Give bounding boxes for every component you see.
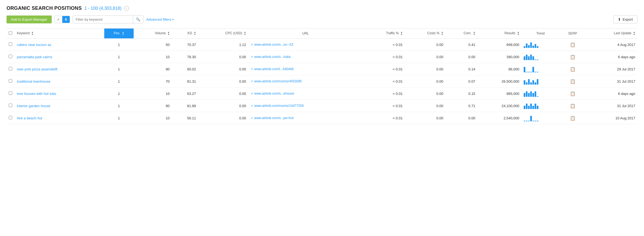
row-checkbox[interactable]	[9, 67, 12, 70]
trend-bar	[526, 55, 528, 60]
url-link[interactable]: www.airbnb.com/s...ehouse	[254, 92, 294, 95]
trend-bar	[537, 79, 538, 85]
keyword-link[interactable]: traditional townhouse	[17, 79, 50, 83]
trend-bar	[524, 106, 525, 109]
col-com[interactable]: Com. ▲▼	[446, 29, 478, 39]
com-cell: 0.00	[446, 112, 478, 124]
filter-keyword-input[interactable]	[73, 16, 133, 23]
serp-cell[interactable]: 📋	[559, 100, 586, 112]
trend-bar	[537, 96, 538, 97]
sort-arrows-cpc: ▲▼	[244, 31, 246, 36]
row-checkbox-cell[interactable]	[7, 51, 15, 63]
row-checkbox-cell[interactable]	[7, 63, 15, 75]
row-checkbox[interactable]	[9, 104, 12, 107]
results-cell: 390,000	[477, 51, 522, 63]
trend-chart	[524, 66, 557, 72]
url-link[interactable]: www.airbnb.com/s...on--AZ	[254, 43, 293, 46]
row-checkbox-cell[interactable]	[7, 112, 15, 124]
col-kd[interactable]: KD ▲▼	[172, 29, 198, 39]
keyword-link[interactable]: hire a beach hut	[17, 116, 42, 120]
col-pos[interactable]: Pos. ▲▼	[104, 29, 134, 39]
col-traffic[interactable]: Traffic % ▲▼	[363, 29, 405, 39]
trend-bar	[537, 46, 538, 48]
row-checkbox[interactable]	[9, 55, 12, 58]
trend-bar	[526, 121, 528, 121]
keyword-link[interactable]: cabins near tucson az	[17, 43, 51, 47]
serp-icon[interactable]: 📋	[570, 79, 575, 84]
serp-icon[interactable]: 📋	[570, 104, 575, 108]
keyword-link[interactable]: parramatta park cairns	[17, 55, 52, 59]
url-link[interactable]: www.airbnb.com/rooms/14477259	[254, 104, 303, 108]
serp-cell[interactable]: 📋	[559, 51, 586, 63]
pos-cell: 1	[104, 100, 134, 112]
kd-cell: 81.89	[172, 100, 198, 112]
volume-cell: 10	[134, 88, 172, 100]
export-button[interactable]: ⬆ Export	[613, 15, 637, 23]
serp-cell[interactable]: 📋	[559, 39, 586, 51]
last-update-cell: 6 days ago	[586, 88, 637, 100]
col-cpc[interactable]: CPC (USD) ▲▼	[198, 29, 248, 39]
pos-value: 1	[118, 92, 120, 96]
col-last-update[interactable]: Last Update ▲▼	[586, 29, 637, 39]
keyword-link[interactable]: interior garden house	[17, 104, 50, 108]
trend-bar	[524, 46, 525, 48]
serp-icon[interactable]: 📋	[570, 42, 575, 47]
keyword-cell: new york pizza assendelft	[15, 63, 104, 75]
serp-cell[interactable]: 📋	[559, 75, 586, 88]
col-costs[interactable]: Costs % ▲▼	[405, 29, 445, 39]
url-link[interactable]: www.airbnb.com/t...540406	[254, 67, 294, 71]
row-checkbox[interactable]	[9, 91, 12, 95]
trend-bar	[537, 121, 538, 121]
costs-cell: 0.00	[405, 112, 445, 124]
keyword-link[interactable]: new york pizza assendelft	[17, 67, 57, 71]
traffic-cell: < 0.01	[363, 112, 405, 124]
filter-search-button[interactable]: 🔍	[133, 16, 143, 23]
export-count-badge: 0	[62, 16, 70, 23]
external-link-icon: ↗	[250, 43, 253, 46]
advanced-filters-link[interactable]: Advanced filters ▾	[146, 17, 174, 21]
trend-bar	[535, 104, 536, 109]
sort-arrows-results: ▲▼	[517, 31, 519, 36]
pos-value: 1	[118, 79, 120, 83]
cpc-cell: 0.00	[198, 88, 248, 100]
serp-icon[interactable]: 📋	[570, 67, 575, 72]
keyword-link[interactable]: tree houses with hot tubs	[17, 92, 56, 96]
row-checkbox-cell[interactable]	[7, 88, 15, 100]
row-checkbox-cell[interactable]	[7, 75, 15, 88]
col-volume[interactable]: Volume ▲▼	[134, 29, 172, 39]
select-all-checkbox-cell[interactable]	[7, 29, 15, 39]
results-cell: 885,000	[477, 88, 522, 100]
check-count-button[interactable]: ✓ 0	[54, 16, 70, 23]
serp-cell[interactable]: 📋	[559, 88, 586, 100]
trend-bar	[532, 67, 534, 72]
url-cell: ↗ www.airbnb.com/rooms/14477259	[248, 100, 363, 112]
cpc-cell: 0.00	[198, 75, 248, 88]
trend-cell	[522, 112, 560, 124]
pos-cell: 1	[104, 39, 134, 51]
serp-icon[interactable]: 📋	[570, 116, 575, 120]
row-checkbox[interactable]	[9, 79, 12, 83]
cpc-cell: 1.12	[198, 39, 248, 51]
url-link[interactable]: www.airbnb.com/rooms/4553095	[254, 79, 302, 83]
serp-icon[interactable]: 📋	[570, 91, 575, 96]
kd-cell: 81.31	[172, 75, 198, 88]
kd-cell: 63.27	[172, 88, 198, 100]
row-checkbox-cell[interactable]	[7, 100, 15, 112]
col-results[interactable]: Results ▲▼	[477, 29, 522, 39]
url-link[interactable]: www.airbnb.com/s...pe=hut	[254, 116, 293, 120]
url-link[interactable]: www.airbnb.com/s...tralia	[254, 55, 290, 59]
sort-arrows-com: ▲▼	[473, 31, 475, 36]
table-row: interior garden house19081.890.00 ↗ www.…	[7, 100, 637, 112]
serp-icon[interactable]: 📋	[570, 55, 575, 59]
keyword-cell: interior garden house	[15, 100, 104, 112]
row-checkbox[interactable]	[9, 116, 12, 119]
row-checkbox-cell[interactable]	[7, 39, 15, 51]
select-all-checkbox[interactable]	[9, 31, 12, 35]
info-icon[interactable]: i	[124, 6, 129, 11]
trend-bar	[535, 60, 536, 60]
col-keyword[interactable]: Keyword ▲▼	[15, 29, 104, 39]
serp-cell[interactable]: 📋	[559, 112, 586, 124]
row-checkbox[interactable]	[9, 42, 12, 46]
add-to-export-manager-button[interactable]: Add to Export Manager	[7, 15, 52, 23]
serp-cell[interactable]: 📋	[559, 63, 586, 75]
